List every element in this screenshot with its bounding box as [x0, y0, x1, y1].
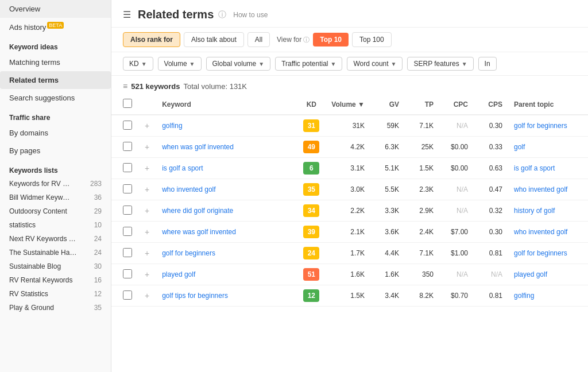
row-checkbox-6[interactable] [123, 248, 132, 257]
filter-top-10[interactable]: Top 10 [313, 33, 349, 46]
parent-topic-link-1[interactable]: golf [514, 143, 525, 151]
td-volume-1: 4.2K [326, 137, 370, 158]
col-filter-intent[interactable]: In [478, 57, 497, 71]
row-checkbox-0[interactable] [123, 121, 132, 130]
row-checkbox-1[interactable] [123, 142, 132, 151]
parent-topic-link-2[interactable]: is golf a sport [514, 164, 555, 172]
td-add-4: + [138, 200, 156, 222]
row-checkbox-7[interactable] [123, 269, 132, 278]
add-keyword-btn-8[interactable]: + [144, 291, 150, 300]
td-gv-2: 5.1K [370, 158, 405, 179]
col-filter-word-count[interactable]: Word count ▼ [347, 57, 403, 71]
dropdown-arrow-icon: ▼ [258, 61, 264, 67]
td-parent-topic-6: golf for beginners [508, 243, 588, 264]
filter-all[interactable]: All [247, 32, 270, 47]
keyword-link-7[interactable]: played golf [162, 270, 195, 278]
sidebar-list-item-bill-widmer[interactable]: Bill Widmer Keyw… 36 [0, 191, 111, 204]
parent-topic-link-7[interactable]: played golf [514, 270, 547, 278]
parent-topic-link-8[interactable]: golfing [514, 292, 534, 300]
filter-also-rank-for[interactable]: Also rank for [123, 32, 180, 47]
keyword-link-3[interactable]: who invented golf [162, 185, 215, 193]
td-volume-5: 2.1K [326, 222, 370, 243]
add-keyword-btn-2[interactable]: + [144, 164, 150, 173]
parent-topic-link-0[interactable]: golf for beginners [514, 122, 567, 130]
td-kd-0: 31 [297, 115, 326, 137]
beta-badge: BETA [47, 22, 64, 29]
how-to-use-link[interactable]: How to use [233, 11, 268, 19]
sort-icon[interactable]: ≡ [123, 82, 127, 91]
keyword-link-0[interactable]: golfing [162, 122, 182, 130]
keyword-link-8[interactable]: golf tips for beginners [162, 292, 228, 300]
kd-badge-5: 39 [303, 226, 319, 238]
col-filter-serp-features[interactable]: SERP features ▼ [407, 57, 473, 71]
td-parent-topic-4: history of golf [508, 200, 588, 222]
td-volume-3: 3.0K [326, 179, 370, 200]
sidebar-item-matching-terms[interactable]: Matching terms [0, 53, 111, 71]
sidebar-list-item-rv-rental[interactable]: RV Rental Keywords 16 [0, 273, 111, 287]
keyword-link-5[interactable]: where was golf invented [162, 228, 236, 236]
parent-topic-link-3[interactable]: who invented golf [514, 185, 567, 193]
parent-topic-link-5[interactable]: who invented golf [514, 228, 567, 236]
sidebar-list-item-sustainable-blog[interactable]: Sustainable Blog 30 [0, 259, 111, 273]
th-volume[interactable]: Volume ▼ [326, 94, 370, 115]
sidebar-list-item-statistics[interactable]: statistics 10 [0, 218, 111, 232]
filter-top-100[interactable]: Top 100 [352, 32, 392, 47]
sidebar-item-ads-history[interactable]: Ads historyBETA [0, 18, 111, 36]
sidebar-list-item-outdoorsy[interactable]: Outdoorsy Content 29 [0, 204, 111, 218]
row-checkbox-8[interactable] [123, 290, 132, 300]
keyword-link-2[interactable]: is golf a sport [162, 164, 203, 172]
view-for-question-icon: ⓘ [303, 36, 310, 44]
hamburger-icon[interactable]: ☰ [123, 9, 131, 20]
parent-topic-link-6[interactable]: golf for beginners [514, 249, 567, 257]
td-parent-topic-1: golf [508, 137, 588, 158]
td-check-7 [111, 264, 138, 285]
td-volume-2: 3.1K [326, 158, 370, 179]
td-cpc-7: N/A [439, 264, 474, 285]
td-keyword-2: is golf a sport [156, 158, 297, 179]
td-tp-7: 350 [405, 264, 439, 285]
sidebar-list-item-sustainable-ha[interactable]: The Sustainable Ha… 24 [0, 246, 111, 259]
kd-badge-2: 6 [303, 162, 319, 175]
row-checkbox-2[interactable] [123, 163, 132, 172]
kd-badge-8: 12 [303, 289, 319, 302]
parent-topic-link-4[interactable]: history of golf [514, 207, 555, 215]
add-keyword-btn-1[interactable]: + [144, 142, 150, 152]
add-keyword-btn-5[interactable]: + [144, 227, 150, 237]
keyword-link-6[interactable]: golf for beginners [162, 249, 215, 257]
filter-also-talk-about[interactable]: Also talk about [184, 32, 244, 47]
add-keyword-btn-3[interactable]: + [144, 185, 150, 194]
td-tp-4: 2.9K [405, 200, 439, 222]
td-add-7: + [138, 264, 156, 285]
sidebar-list-item-play-ground[interactable]: Play & Ground 35 [0, 301, 111, 315]
col-filter-volume[interactable]: Volume ▼ [158, 57, 202, 71]
td-cpc-6: $1.00 [439, 243, 474, 264]
table-area: ≡ 521 keywords Total volume: 131K Keywor… [111, 76, 588, 372]
keywords-count: 521 keywords [131, 82, 180, 91]
sidebar-list-item-next-rv[interactable]: Next RV Keywords … 24 [0, 232, 111, 246]
add-keyword-btn-6[interactable]: + [144, 249, 150, 258]
keyword-link-4[interactable]: where did golf originate [162, 207, 233, 215]
th-tp: TP [405, 94, 439, 115]
sidebar-item-related-terms[interactable]: Related terms [0, 71, 111, 89]
sidebar-item-search-suggestions[interactable]: Search suggestions [0, 89, 111, 107]
td-check-8 [111, 285, 138, 307]
select-all-checkbox[interactable] [123, 99, 132, 108]
sidebar-list-item-kw-rv[interactable]: Keywords for RV … 283 [0, 177, 111, 191]
add-keyword-btn-7[interactable]: + [144, 270, 150, 279]
row-checkbox-5[interactable] [123, 227, 132, 236]
add-keyword-btn-4[interactable]: + [144, 206, 150, 215]
row-checkbox-3[interactable] [123, 184, 132, 193]
td-volume-4: 2.2K [326, 200, 370, 222]
row-checkbox-4[interactable] [123, 206, 132, 215]
add-keyword-btn-0[interactable]: + [144, 121, 150, 130]
col-filter-kd[interactable]: KD ▼ [123, 57, 153, 71]
td-cpc-4: N/A [439, 200, 474, 222]
col-filter-traffic-potential[interactable]: Traffic potential ▼ [275, 57, 342, 71]
col-filter-global-volume[interactable]: Global volume ▼ [206, 57, 271, 71]
sidebar-item-by-domains[interactable]: By domains [0, 124, 111, 142]
sidebar-item-overview[interactable]: Overview [0, 0, 111, 18]
keyword-link-1[interactable]: when was golf invented [162, 143, 234, 151]
sidebar-item-by-pages[interactable]: By pages [0, 142, 111, 160]
sidebar-list-item-rv-statistics[interactable]: RV Statistics 12 [0, 287, 111, 301]
td-kd-6: 24 [297, 243, 326, 264]
